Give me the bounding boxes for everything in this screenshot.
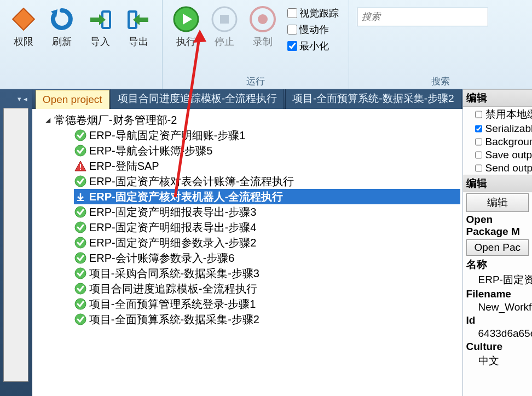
import-icon (86, 5, 114, 33)
tree-item[interactable]: ERP-固定资产核对表会计账簿-全流程执行 (74, 174, 460, 189)
background-label: Backgroun (485, 136, 532, 148)
disable-local-label: 禁用本地缓 (485, 107, 532, 122)
tree-root-node[interactable]: ◢ 常德卷烟厂-财务管理部-2 (44, 112, 460, 128)
execute-button[interactable]: 执行 (167, 2, 205, 73)
refresh-icon (48, 5, 76, 33)
project-tree[interactable]: ◢ 常德卷烟厂-财务管理部-2 ERP-导航固定资产明细账-步骤1ERP-导航会… (32, 109, 462, 396)
ribbon-group-file: 权限 刷新 导入 导出 (0, 0, 163, 89)
serializable-label: Serializabl (485, 123, 532, 135)
main: Open project 项目合同进度追踪模板-全流程执行 项目-全面预算系统-… (32, 89, 462, 396)
check-icon (74, 144, 87, 157)
send-output-checkbox[interactable] (475, 163, 482, 173)
visual-tracking-label: 视觉跟踪 (299, 7, 339, 20)
disable-local-checkbox[interactable] (475, 110, 482, 119)
check-icon (74, 175, 87, 188)
tree-item-label: ERP-会计账簿参数录入-步骤6 (89, 250, 235, 266)
id-header: Id (463, 314, 532, 327)
tree-item-label: 项目合同进度追踪模板-全流程执行 (89, 281, 257, 296)
tree-item[interactable]: 项目-全面预算管理系统登录-步骤1 (74, 296, 460, 312)
export-button[interactable]: 导出 (119, 2, 158, 85)
ribbon: 权限 刷新 导入 导出 (0, 0, 532, 89)
ribbon-group-search: 搜索 (349, 0, 532, 89)
tree-item[interactable]: 项目-采购合同系统-数据采集-步骤3 (74, 266, 460, 281)
left-panel-toggle[interactable]: ▾ ◂ (0, 89, 32, 108)
export-label: 导出 (129, 35, 148, 48)
send-output-label: Send outp (485, 162, 532, 174)
check-icon (74, 251, 87, 265)
svg-rect-9 (220, 15, 229, 24)
check-icon (74, 236, 87, 249)
culture-header: Culture (463, 340, 532, 353)
search-box (357, 8, 488, 73)
refresh-label: 刷新 (52, 35, 72, 48)
tree-item-label: 项目-全面预算系统-数据采集-步骤2 (89, 312, 259, 327)
save-output-checkbox[interactable] (475, 150, 482, 160)
culture-value: 中文 (463, 353, 532, 369)
content: ▾ ◂ Open project 项目合同进度追踪模板-全流程执行 项目-全面预… (0, 89, 532, 396)
check-icon (74, 313, 87, 326)
svg-rect-15 (80, 164, 81, 168)
tree-root-label: 常德卷烟厂-财务管理部-2 (54, 112, 177, 128)
tree-item[interactable]: ERP-固定资产明细报表导出-步骤4 (74, 220, 460, 235)
check-icon (74, 297, 87, 311)
ribbon-group-search-label: 搜索 (354, 73, 528, 88)
import-button[interactable]: 导入 (81, 2, 119, 85)
tree-item[interactable]: ERP-固定资产明细参数录入-步骤2 (74, 235, 460, 250)
props-edit-header: 编辑 (463, 89, 532, 107)
slow-motion-checkbox[interactable]: 慢动作 (287, 23, 339, 36)
tree-item[interactable]: 项目-全面预算系统-数据采集-步骤2 (74, 312, 460, 327)
permissions-button[interactable]: 权限 (4, 2, 43, 85)
tree-item[interactable]: ERP-登陆SAP (74, 158, 460, 174)
edit-button[interactable]: 编辑 (466, 193, 529, 212)
tree-item-label: ERP-导航固定资产明细账-步骤1 (89, 128, 246, 143)
tree-item[interactable]: ERP-固定资产核对表机器人-全流程执行 (74, 189, 460, 204)
tree-item[interactable]: ERP-导航会计账簿-步骤5 (74, 143, 460, 158)
svg-point-12 (75, 130, 86, 141)
svg-point-27 (75, 314, 86, 325)
export-icon (125, 5, 152, 33)
svg-point-17 (75, 176, 86, 187)
svg-point-23 (75, 252, 86, 263)
tree-item[interactable]: ERP-导航固定资产明细账-步骤1 (74, 128, 460, 143)
tree-item[interactable]: ERP-固定资产明细报表导出-步骤3 (74, 204, 460, 220)
record-button[interactable]: 录制 (244, 2, 282, 73)
record-label: 录制 (253, 35, 273, 48)
tab-project-contract[interactable]: 项目合同进度追踪模板-全流程执行 (111, 89, 284, 109)
check-icon (74, 282, 87, 295)
tab-open-project[interactable]: Open project (36, 90, 109, 109)
search-input[interactable] (357, 8, 488, 26)
svg-point-22 (75, 237, 86, 248)
stop-button[interactable]: 停止 (205, 2, 244, 73)
ribbon-group-run-label: 运行 (167, 73, 344, 88)
refresh-button[interactable]: 刷新 (43, 2, 81, 85)
name-value: ERP-固定资产核 (463, 272, 532, 288)
minimize-label: 最小化 (299, 39, 329, 53)
background-checkbox[interactable] (475, 137, 482, 147)
tree-item-label: ERP-固定资产明细参数录入-步骤2 (89, 235, 257, 250)
tabstrip: Open project 项目合同进度追踪模板-全流程执行 项目-全面预算系统-… (32, 89, 462, 109)
stop-icon (211, 5, 238, 33)
svg-point-13 (75, 145, 86, 156)
tree-item-label: ERP-导航会计账簿-步骤5 (89, 143, 213, 158)
name-header: 名称 (463, 257, 532, 272)
tree-item-label: 项目-采购合同系统-数据采集-步骤3 (89, 266, 259, 281)
visual-tracking-checkbox[interactable]: 视觉跟踪 (287, 7, 339, 20)
ribbon-group-run: 执行 停止 录制 视觉跟踪 慢动作 最小化 运行 (163, 0, 349, 89)
warning-icon (74, 159, 87, 173)
tree-item[interactable]: 项目合同进度追踪模板-全流程执行 (74, 281, 460, 296)
diamond-icon (10, 5, 37, 33)
tab-project-budget[interactable]: 项目-全面预算系统-数据采集-步骤2 (285, 89, 461, 109)
open-package-button[interactable]: Open Pac (466, 239, 529, 256)
permissions-label: 权限 (14, 35, 33, 48)
svg-point-20 (75, 206, 86, 217)
tree-item-label: ERP-固定资产明细报表导出-步骤4 (89, 220, 257, 235)
save-output-label: Save outp (485, 149, 532, 161)
tree-item[interactable]: ERP-会计账簿参数录入-步骤6 (74, 250, 460, 266)
check-icon (74, 205, 87, 219)
id-value: 6433d6a65e1 (463, 327, 532, 340)
check-icon (74, 129, 87, 142)
serializable-checkbox[interactable] (475, 124, 482, 134)
execute-label: 执行 (176, 35, 196, 48)
collapse-icon[interactable]: ◢ (44, 116, 52, 124)
minimize-checkbox[interactable]: 最小化 (287, 39, 339, 53)
